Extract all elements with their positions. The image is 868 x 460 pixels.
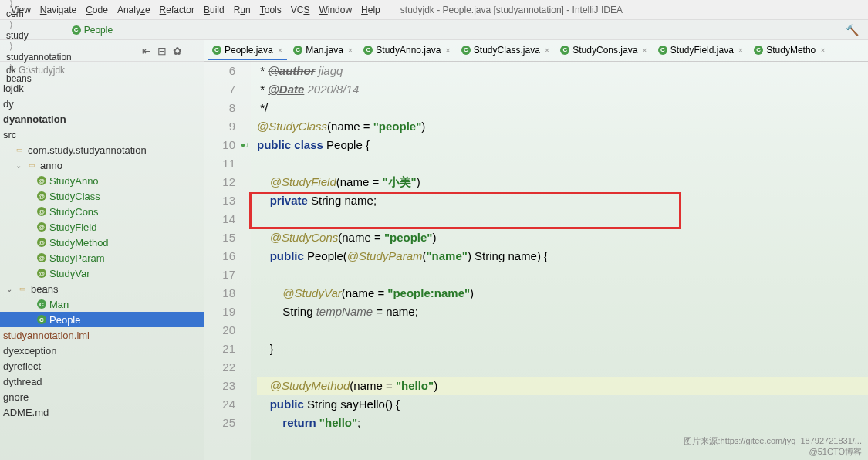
- close-icon[interactable]: ×: [820, 46, 825, 55]
- line-number: 12: [204, 173, 235, 191]
- tree-item[interactable]: @StudyParam: [0, 250, 204, 266]
- menu-refactor[interactable]: Refactor: [155, 5, 199, 15]
- tree-label: StudyParam: [49, 252, 105, 264]
- tree-item[interactable]: @StudyCons: [0, 204, 204, 219]
- tab-label: StudyMetho: [766, 45, 816, 56]
- code-line[interactable]: private String name;: [257, 191, 868, 210]
- code-line[interactable]: * @Date 2020/8/14: [257, 80, 868, 99]
- tree-item[interactable]: dythread: [0, 374, 204, 389]
- code-line[interactable]: public String sayHello() {: [257, 395, 868, 414]
- code-line[interactable]: [257, 266, 868, 284]
- code-line[interactable]: public People(@StudyParam("name") String…: [257, 247, 868, 266]
- editor-tab[interactable]: CStudyClass.java×: [457, 42, 554, 60]
- tree-item[interactable]: @StudyClass: [0, 188, 204, 204]
- editor-tab[interactable]: CPeople.java×: [208, 42, 287, 60]
- close-icon[interactable]: ×: [445, 46, 450, 55]
- code-line[interactable]: [257, 358, 868, 377]
- tab-bar: CPeople.java×CMan.java×CStudyAnno.java×C…: [204, 40, 868, 62]
- tree-item[interactable]: CMan: [0, 296, 204, 312]
- breadcrumb-final[interactable]: People: [84, 25, 113, 36]
- class-icon: C: [658, 46, 667, 55]
- tree-item[interactable]: src: [0, 127, 204, 142]
- expand-icon[interactable]: ⊟: [157, 45, 167, 57]
- tree-item[interactable]: ADME.md: [0, 404, 204, 420]
- menu-analyze[interactable]: Analyze: [113, 5, 155, 15]
- code-line[interactable]: @StudyClass(name = "people"): [257, 117, 868, 136]
- tree-item[interactable]: dyreflect: [0, 358, 204, 374]
- tree-item[interactable]: @StudyField: [0, 219, 204, 235]
- tree-item[interactable]: gnore: [0, 389, 204, 404]
- code-line[interactable]: * @author jiagq: [257, 62, 868, 80]
- code-line[interactable]: public class People {: [257, 136, 868, 154]
- folder-icon: ▭: [17, 283, 28, 294]
- code-line[interactable]: @StudyField(name = "小美"): [257, 173, 868, 191]
- code-line[interactable]: [257, 321, 868, 340]
- menu-vcs[interactable]: VCS: [286, 5, 315, 15]
- code-line[interactable]: @StudyCons(name = "people"): [257, 228, 868, 247]
- breadcrumb-item[interactable]: beans: [6, 73, 72, 84]
- menu-tools[interactable]: Tools: [255, 5, 286, 15]
- line-number: 16: [204, 247, 235, 266]
- code-line[interactable]: }: [257, 340, 868, 358]
- editor-area: CPeople.java×CMan.java×CStudyAnno.java×C…: [204, 40, 868, 460]
- annotation-icon: @: [37, 207, 46, 216]
- tree-item[interactable]: dy: [0, 96, 204, 111]
- chevron-down-icon: ⌄: [14, 161, 23, 170]
- code-line[interactable]: @StudyMethod(name = "hello"): [257, 377, 868, 395]
- line-number: 8: [204, 99, 235, 117]
- close-icon[interactable]: ×: [278, 46, 282, 55]
- editor-tab[interactable]: CStudyAnno.java×: [359, 42, 455, 60]
- code-line[interactable]: String tempName = name;: [257, 303, 868, 321]
- code-line[interactable]: return "hello";: [257, 414, 868, 432]
- chevron-right-icon: ⟩: [9, 19, 13, 30]
- breadcrumb-item[interactable]: study: [6, 30, 72, 41]
- class-icon: C: [363, 46, 373, 55]
- tree-item[interactable]: ▭com.study.studyannotation: [0, 142, 204, 157]
- annotation-icon: @: [37, 176, 46, 185]
- tree-item[interactable]: @StudyVar: [0, 266, 204, 281]
- settings-icon[interactable]: ✿: [173, 45, 182, 57]
- code-editor[interactable]: 678910●↓111213141516171819202122232425 *…: [204, 62, 868, 460]
- tree-item[interactable]: studyannotation.iml: [0, 327, 204, 343]
- menu-build[interactable]: Build: [199, 5, 229, 15]
- close-icon[interactable]: ×: [738, 46, 743, 55]
- close-icon[interactable]: ×: [348, 46, 353, 55]
- menu-code[interactable]: Code: [81, 5, 113, 15]
- tree-item[interactable]: dyannotation: [0, 111, 204, 127]
- annotation-icon: @: [37, 238, 46, 247]
- build-icon[interactable]: 🔨: [846, 24, 859, 36]
- tree-item[interactable]: dyexception: [0, 343, 204, 358]
- code-line[interactable]: [257, 210, 868, 228]
- editor-tab[interactable]: CStudyCons.java×: [556, 42, 651, 60]
- editor-tab[interactable]: CStudyMetho×: [749, 42, 829, 60]
- tree-item[interactable]: ⌄▭beans: [0, 281, 204, 296]
- line-number: 13: [204, 191, 235, 210]
- code-lines[interactable]: * @author jiagq * @Date 2020/8/14 */@Stu…: [251, 62, 868, 460]
- breadcrumb-item[interactable]: com: [6, 8, 72, 19]
- editor-tab[interactable]: CMan.java×: [289, 42, 357, 60]
- menu-window[interactable]: Window: [314, 5, 356, 15]
- tree-item[interactable]: ⌄▭anno: [0, 157, 204, 173]
- tree-item-selected[interactable]: CPeople: [0, 312, 204, 327]
- line-number: 9: [204, 117, 235, 136]
- code-line[interactable]: [257, 154, 868, 173]
- close-icon[interactable]: ×: [545, 46, 549, 55]
- line-number: 7: [204, 80, 235, 99]
- collapse-icon[interactable]: ⇤: [142, 45, 151, 57]
- close-icon[interactable]: ×: [642, 46, 647, 55]
- tree-label: dythread: [3, 376, 42, 387]
- menu-help[interactable]: Help: [356, 5, 385, 15]
- menu-run[interactable]: Run: [229, 5, 255, 15]
- line-number: 18: [204, 284, 235, 303]
- tree-item[interactable]: @StudyAnno: [0, 173, 204, 188]
- editor-tab[interactable]: CStudyField.java×: [654, 42, 748, 60]
- breadcrumb-item[interactable]: studyannotation: [6, 52, 72, 63]
- breadcrumb: dyannotation⟩src⟩com⟩study⟩studyannotati…: [0, 20, 868, 40]
- hide-icon[interactable]: —: [188, 45, 199, 57]
- tree-label: StudyClass: [49, 191, 100, 202]
- line-number: 25: [204, 414, 235, 432]
- class-icon: C: [461, 46, 471, 55]
- tree-item[interactable]: @StudyMethod: [0, 235, 204, 250]
- code-line[interactable]: @StudyVar(name = "people:name"): [257, 284, 868, 303]
- code-line[interactable]: */: [257, 99, 868, 117]
